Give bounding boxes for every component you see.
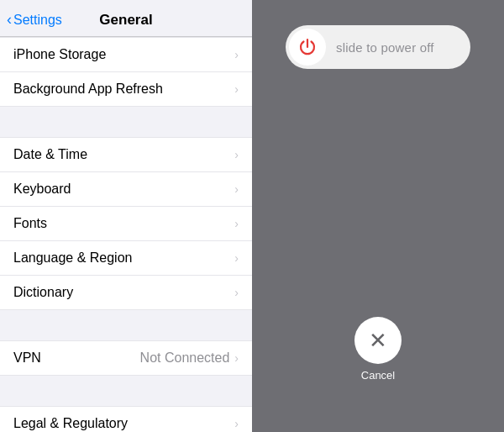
chevron-right-icon: › <box>234 182 239 196</box>
cell-right: › <box>234 286 239 299</box>
cell-label: Background App Refresh <box>13 82 163 97</box>
list-item[interactable]: Keyboard › <box>0 172 252 207</box>
chevron-right-icon: › <box>234 148 239 161</box>
cell-label: VPN <box>13 350 41 366</box>
settings-list: iPhone Storage › Background App Refresh … <box>0 37 252 432</box>
back-label: Settings <box>13 13 62 28</box>
list-item[interactable]: VPN Not Connected › <box>0 340 252 376</box>
section-datetime: Date & Time › Keyboard › Fonts › Languag… <box>0 137 252 310</box>
chevron-right-icon: › <box>234 286 239 299</box>
chevron-right-icon: › <box>234 351 239 365</box>
list-item[interactable]: Legal & Regulatory › <box>0 406 252 432</box>
cell-label: Legal & Regulatory <box>13 416 128 431</box>
nav-bar: ‹ Settings General <box>0 0 252 37</box>
cell-right: Not Connected › <box>140 350 239 366</box>
chevron-right-icon: › <box>234 251 239 265</box>
section-divider <box>0 107 252 137</box>
section-storage: iPhone Storage › Background App Refresh … <box>0 37 252 107</box>
settings-panel: ‹ Settings General iPhone Storage › Back… <box>0 0 252 432</box>
chevron-right-icon: › <box>234 48 239 61</box>
list-item[interactable]: iPhone Storage › <box>0 37 252 72</box>
cell-right: › <box>234 417 239 430</box>
back-button[interactable]: ‹ Settings <box>7 11 62 29</box>
slide-to-power-off-label: slide to power off <box>336 40 434 55</box>
cell-label: iPhone Storage <box>13 47 106 62</box>
close-icon: ✕ <box>369 329 387 351</box>
chevron-right-icon: › <box>234 417 239 430</box>
power-icon <box>297 37 318 57</box>
list-item[interactable]: Dictionary › <box>0 276 252 310</box>
section-divider <box>0 310 252 340</box>
cell-label: Keyboard <box>13 182 71 197</box>
page-title: General <box>99 12 152 29</box>
section-legal: Legal & Regulatory › <box>0 406 252 432</box>
cell-right: › <box>234 217 239 230</box>
power-off-panel: slide to power off ✕ Cancel <box>252 0 504 432</box>
section-divider <box>0 376 252 406</box>
list-item[interactable]: Language & Region › <box>0 241 252 276</box>
cell-right: › <box>234 148 239 161</box>
section-vpn: VPN Not Connected › <box>0 340 252 376</box>
chevron-right-icon: › <box>234 82 239 96</box>
cell-label: Date & Time <box>13 147 87 162</box>
cell-right: › <box>234 182 239 196</box>
power-icon-circle <box>289 29 326 66</box>
cancel-container: ✕ Cancel <box>354 317 402 382</box>
cell-label: Dictionary <box>13 285 73 300</box>
cell-right: › <box>234 48 239 61</box>
chevron-right-icon: › <box>234 217 239 230</box>
cell-right: › <box>234 251 239 265</box>
cell-right: › <box>234 82 239 96</box>
list-item[interactable]: Fonts › <box>0 207 252 241</box>
slide-to-power-off-slider[interactable]: slide to power off <box>286 25 470 69</box>
cancel-button[interactable]: ✕ <box>354 317 402 364</box>
cell-value: Not Connected <box>140 350 230 366</box>
list-item[interactable]: Date & Time › <box>0 137 252 172</box>
cancel-label: Cancel <box>361 369 395 382</box>
list-item[interactable]: Background App Refresh › <box>0 72 252 107</box>
chevron-left-icon: ‹ <box>7 11 12 29</box>
cell-label: Language & Region <box>13 250 132 266</box>
cell-label: Fonts <box>13 216 47 231</box>
